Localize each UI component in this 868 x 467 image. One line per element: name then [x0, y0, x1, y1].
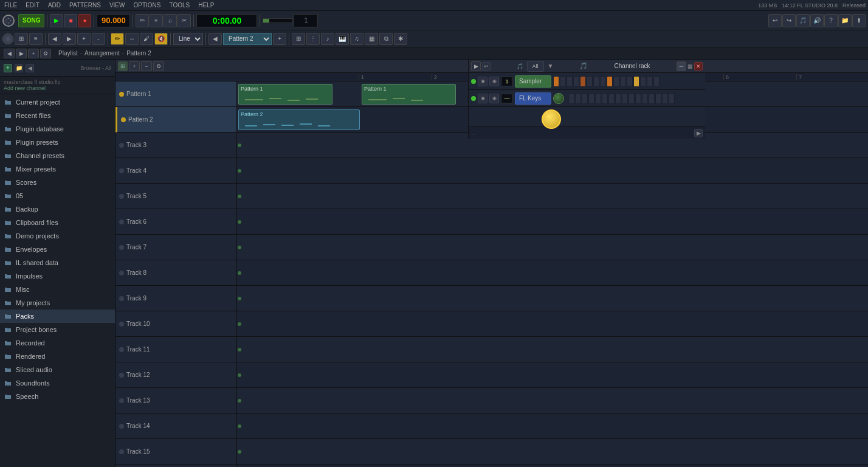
menu-item-help[interactable]: HELP [196, 2, 216, 9]
track-row-9[interactable] [237, 286, 868, 311]
cr-led-flkeys[interactable] [471, 96, 476, 101]
cr-vol-sampler[interactable]: ◉ [478, 77, 487, 86]
cr-step[interactable] [607, 76, 613, 87]
cr-step[interactable] [560, 76, 566, 87]
redo-button[interactable]: ↪ [782, 14, 796, 27]
cr-name-sampler[interactable]: Sampler [515, 75, 551, 88]
cr-vol-knob-flkeys[interactable] [553, 93, 564, 104]
export-button[interactable]: ⬆ [852, 14, 866, 27]
tool-cut[interactable]: ✂ [177, 14, 191, 27]
pl-add-btn[interactable]: + [28, 49, 39, 58]
snap-grid-btn[interactable]: ⋮ [306, 33, 320, 45]
pl-next-btn[interactable]: ▶ [16, 49, 27, 58]
track-row-11[interactable] [237, 337, 868, 362]
cr-step[interactable] [622, 93, 628, 104]
track-header-8[interactable]: Track 8 [115, 260, 236, 286]
cr-arrow-down[interactable]: ▼ [548, 63, 554, 69]
sidebar-item-packs[interactable]: Packs [0, 310, 115, 323]
track-row-6[interactable] [237, 209, 868, 235]
tool-move[interactable]: ↔ [125, 33, 139, 45]
cr-step[interactable] [593, 76, 599, 87]
yellow-knob[interactable] [542, 109, 561, 129]
tool-mute[interactable]: 🔇 [154, 33, 168, 45]
sidebar-item-current-project[interactable]: Current project [0, 95, 115, 109]
sidebar-item-misc[interactable]: Misc [0, 283, 115, 296]
nav-zoom-out[interactable]: - [92, 33, 105, 45]
track-header-3[interactable]: Track 3 [115, 133, 236, 158]
nav-back[interactable]: ◀ [48, 33, 61, 45]
cr-step[interactable] [615, 93, 621, 104]
pl-settings-icon[interactable]: ⚙ [153, 61, 164, 71]
cr-step[interactable] [627, 76, 633, 87]
pattern-block-1b[interactable]: Pattern 1 [362, 84, 456, 105]
sidebar-item-project-bones[interactable]: Project bones [0, 323, 115, 336]
cr-step[interactable] [653, 76, 660, 87]
track-row-13[interactable] [237, 388, 868, 413]
track-header-1[interactable]: Pattern 1 [115, 81, 236, 107]
undo-button[interactable]: ↩ [768, 14, 782, 27]
track-header-12[interactable]: Track 12 [115, 362, 236, 388]
cr-name-flkeys[interactable]: FL Keys [515, 92, 551, 105]
track-header-14[interactable]: Track 14 [115, 413, 236, 439]
sidebar-item-channel-presets[interactable]: Channel presets [0, 149, 115, 162]
nav-forward[interactable]: ▶ [63, 33, 76, 45]
track-header-5[interactable]: Track 5 [115, 184, 236, 209]
record-button[interactable]: ● [78, 14, 91, 27]
track-header-6[interactable]: Track 6 [115, 209, 236, 235]
menu-item-edit[interactable]: EDIT [24, 2, 41, 9]
pl-expand-btn[interactable]: + [129, 61, 140, 71]
quantize-button[interactable]: ≡ [29, 33, 43, 45]
track-header-9[interactable]: Track 9 [115, 286, 236, 311]
track-row-15[interactable] [237, 439, 868, 465]
track-row-5[interactable] [237, 184, 868, 209]
sidebar-item-sliced-audio[interactable]: Sliced audio [0, 363, 115, 376]
sidebar-item-mixer-presets[interactable]: Mixer presets [0, 162, 115, 176]
cr-step[interactable] [633, 76, 639, 87]
tool-draw[interactable]: ✏ [136, 14, 149, 27]
sidebar-item-speech[interactable]: Speech [0, 390, 115, 403]
cr-step[interactable] [582, 93, 588, 104]
pattern-select[interactable]: Pattern 2 [223, 33, 272, 45]
cr-step[interactable] [647, 76, 653, 87]
perf-btn[interactable]: ▦ [365, 33, 378, 45]
sidebar-item-demo-projects[interactable]: Demo projects [0, 229, 115, 243]
stop-button[interactable]: ■ [64, 14, 77, 27]
sidebar-item-clipboard-files[interactable]: Clipboard files [0, 216, 115, 229]
sidebar-browser-icon[interactable]: 📁 [15, 64, 23, 72]
cr-close-btn[interactable]: ✕ [694, 62, 703, 71]
sidebar-item-backup[interactable]: Backup [0, 202, 115, 216]
cr-step[interactable] [602, 93, 608, 104]
sidebar-item-il-shared-data[interactable]: IL shared data [0, 256, 115, 269]
cr-step[interactable] [595, 93, 601, 104]
cr-step[interactable] [587, 76, 593, 87]
pattern-block-2a[interactable]: Pattern 2 [238, 109, 360, 130]
cr-back-btn[interactable]: ↩ [482, 62, 491, 71]
menu-item-add[interactable]: ADD [46, 2, 63, 9]
cr-minimize-btn[interactable]: ─ [677, 61, 686, 71]
tool-zoom[interactable]: ⌕ [164, 14, 177, 27]
tool-pencil[interactable]: ✏ [111, 33, 124, 45]
cr-step[interactable] [568, 93, 574, 104]
cr-step[interactable] [553, 76, 559, 87]
track-header-4[interactable]: Track 4 [115, 158, 236, 184]
tool-paint[interactable]: 🖌 [140, 33, 153, 45]
pl-settings-btn[interactable]: ⚙ [40, 49, 51, 58]
breadcrumb-playlist[interactable]: Playlist [58, 50, 78, 57]
cr-step[interactable] [613, 76, 619, 87]
cr-step[interactable] [642, 93, 648, 104]
sidebar-collapse-btn[interactable]: ◀ [26, 64, 34, 72]
sidebar-item-envelopes[interactable]: Envelopes [0, 243, 115, 256]
song-button[interactable]: SONG [18, 14, 44, 27]
track-row-12[interactable] [237, 362, 868, 388]
cr-step[interactable] [655, 93, 661, 104]
track-header-2[interactable]: Pattern 2 [115, 107, 236, 133]
pl-collapse-btn[interactable]: − [141, 61, 152, 71]
stamp-btn[interactable]: ✱ [394, 33, 407, 45]
cr-step[interactable] [649, 93, 655, 104]
sidebar-item-my-projects[interactable]: My projects [0, 296, 115, 310]
cr-vol-flkeys[interactable]: ◉ [478, 94, 487, 103]
track-header-16[interactable]: Track 16 [115, 465, 236, 467]
cr-pan-flkeys[interactable]: ◉ [489, 94, 499, 103]
browser-button[interactable]: 📁 [838, 14, 852, 27]
cr-all-filter[interactable]: All [527, 61, 544, 72]
